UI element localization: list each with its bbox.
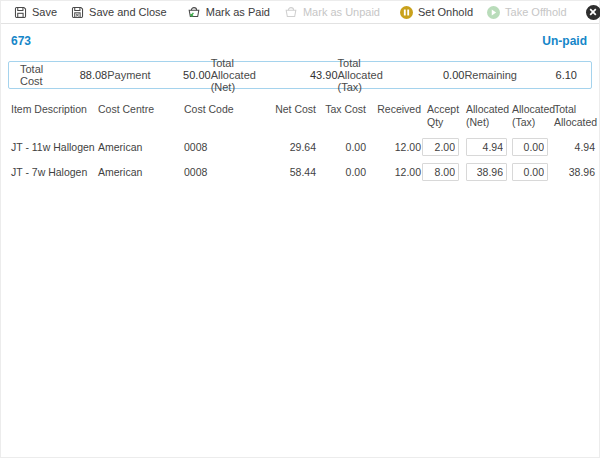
summary-item: Total Cost88.08 [20, 63, 107, 87]
take-offhold-label: Take Offhold [505, 6, 567, 18]
table-cell: 4.94 [548, 141, 595, 153]
summary-item: Payment50.00 [107, 69, 210, 81]
table-cell: JT - 7w Halogen [11, 166, 98, 178]
save-icon [14, 6, 27, 19]
column-header: Received [366, 103, 421, 116]
table-cell [421, 138, 459, 156]
column-header: Tax Cost [316, 103, 366, 116]
toolbar: Save Save and Close Ma [1, 1, 599, 24]
table-cell: 0.00 [316, 166, 366, 178]
summary-bar: Total Cost88.08Payment50.00Total Allocat… [8, 61, 592, 89]
allocated-tax-input[interactable] [512, 138, 548, 156]
summary-value: 43.90 [304, 69, 338, 81]
line-items-table: Item DescriptionCost CentreCost CodeNet … [11, 103, 595, 184]
pause-onhold-icon [400, 6, 413, 19]
column-header: Item Description [11, 103, 98, 116]
table-row: JT - 11w HallogenAmerican000829.640.0012… [11, 134, 595, 159]
table-cell [507, 163, 548, 181]
table-cell [459, 163, 507, 181]
allocated-net-input[interactable] [466, 163, 507, 181]
table-cell: 58.44 [244, 166, 316, 178]
cancel-selection-icon[interactable] [586, 5, 600, 20]
column-header: Cost Centre [98, 103, 184, 116]
summary-label: Payment [107, 69, 150, 81]
table-cell [421, 163, 459, 181]
column-header: Cost Code [184, 103, 244, 116]
table-cell: American [98, 141, 184, 153]
summary-value: 50.00 [177, 69, 211, 81]
save-button-label: Save [32, 6, 57, 18]
save-and-close-button[interactable]: Save and Close [64, 1, 174, 23]
summary-value: 0.00 [430, 69, 464, 81]
mark-as-unpaid-label: Mark as Unpaid [303, 6, 380, 18]
summary-item: Total Allocated (Tax)0.00 [338, 57, 465, 93]
table-cell: 29.64 [244, 141, 316, 153]
allocated-net-input[interactable] [466, 138, 507, 156]
table-cell: 0008 [184, 166, 244, 178]
document-header: 673 Un-paid [1, 24, 599, 48]
table-cell: 12.00 [366, 166, 421, 178]
table-row: JT - 7w HalogenAmerican000858.440.0012.0… [11, 159, 595, 184]
basket-unpaid-icon [284, 5, 298, 19]
accept-qty-input[interactable] [422, 138, 459, 156]
column-header: Allocated (Net) [459, 103, 507, 129]
table-header: Item DescriptionCost CentreCost CodeNet … [11, 103, 595, 129]
column-header: Accept Qty [421, 103, 459, 129]
table-cell [459, 138, 507, 156]
save-and-close-button-label: Save and Close [89, 6, 167, 18]
table-cell: 12.00 [366, 141, 421, 153]
basket-paid-icon [187, 5, 201, 19]
save-button[interactable]: Save [7, 1, 64, 23]
mark-as-paid-label: Mark as Paid [206, 6, 270, 18]
mark-as-paid-button[interactable]: Mark as Paid [180, 1, 277, 23]
summary-label: Total Allocated (Tax) [338, 57, 405, 93]
document-number: 673 [11, 34, 31, 48]
summary-value: 88.08 [73, 69, 107, 81]
column-header: Total Allocated [548, 103, 595, 129]
purchase-invoice-window: Save Save and Close Ma [0, 0, 600, 458]
status-badge: Un-paid [542, 34, 587, 48]
take-offhold-button: Take Offhold [480, 1, 574, 23]
table-cell: 0.00 [316, 141, 366, 153]
allocated-tax-input[interactable] [512, 163, 548, 181]
column-header: Net Cost [244, 103, 316, 116]
set-onhold-label: Set Onhold [418, 6, 473, 18]
summary-label: Total Cost [20, 63, 47, 87]
summary-label: Remaining [464, 69, 517, 81]
set-onhold-button[interactable]: Set Onhold [393, 1, 480, 23]
table-cell: American [98, 166, 184, 178]
summary-item: Total Allocated (Net)43.90 [211, 57, 338, 93]
column-header: Allocated (Tax) [507, 103, 548, 129]
table-body: JT - 11w HallogenAmerican000829.640.0012… [11, 134, 595, 184]
summary-label: Total Allocated (Net) [211, 57, 278, 93]
summary-item: Remaining6.10 [464, 69, 577, 81]
summary-value: 6.10 [543, 69, 577, 81]
play-offhold-icon [487, 6, 500, 19]
save-and-close-icon [71, 6, 84, 19]
table-cell [507, 138, 548, 156]
mark-as-unpaid-button: Mark as Unpaid [277, 1, 387, 23]
table-cell: 0008 [184, 141, 244, 153]
table-cell: 38.96 [548, 166, 595, 178]
table-cell: JT - 11w Hallogen [11, 141, 98, 153]
accept-qty-input[interactable] [422, 163, 459, 181]
